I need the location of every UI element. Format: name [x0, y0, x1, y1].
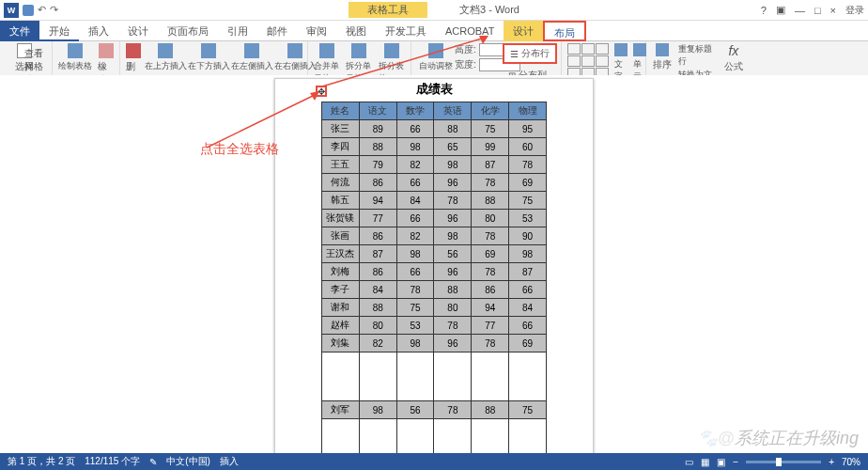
menu-插入[interactable]: 插入 — [79, 21, 118, 41]
table-header[interactable]: 英语 — [434, 102, 472, 120]
document-name: 文档3 - Word — [431, 3, 519, 17]
save-icon[interactable] — [23, 5, 34, 16]
zoom-out-icon[interactable]: − — [733, 457, 738, 467]
login-link[interactable]: 登录 — [845, 4, 864, 17]
status-mode[interactable]: 插入 — [220, 455, 239, 468]
table-header[interactable]: 姓名 — [322, 102, 360, 120]
table-row[interactable]: 李四8898659960 — [322, 138, 547, 156]
width-label: 宽度: — [455, 58, 476, 71]
insert-left-button[interactable]: 在左侧插入 — [233, 43, 271, 72]
insert-above-button[interactable]: 在上方插入 — [147, 43, 184, 72]
repeat-header-button[interactable]: 重复标题行 — [678, 43, 718, 68]
view-print-icon[interactable]: ▦ — [701, 457, 709, 467]
table-row[interactable]: 王汉杰8798566998 — [322, 245, 547, 263]
table-row[interactable]: 赵梓8053787766 — [322, 317, 547, 335]
table-row[interactable]: 张贺镁7766968053 — [322, 210, 547, 227]
zoom-in-icon[interactable]: + — [829, 457, 834, 467]
autofit-button[interactable]: 自动调整 — [417, 43, 455, 72]
dist-rows-icon: ☰ — [510, 49, 519, 59]
annotation-text: 点击全选表格 — [200, 141, 279, 158]
table-row[interactable]: 刘军9856788875 — [322, 401, 547, 419]
document-area: 成绩表 姓名语文数学英语化学物理张三8966887595李四8898659960… — [0, 75, 868, 453]
table-row-empty[interactable] — [322, 352, 547, 401]
status-words[interactable]: 112/115 个字 — [85, 455, 140, 468]
page: 成绩表 姓名语文数学英语化学物理张三8966887595李四8898659960… — [274, 78, 594, 453]
table-row[interactable]: 刘梅8666967887 — [322, 263, 547, 281]
table-row[interactable]: 何流8666967869 — [322, 174, 547, 192]
menu-视图[interactable]: 视图 — [336, 21, 376, 41]
watermark: 🐾@系统正在升级ing — [697, 427, 859, 449]
restore-icon[interactable]: □ — [814, 5, 821, 16]
table-row[interactable]: 张三8966887595 — [322, 120, 547, 138]
formula-button[interactable]: fx公式 — [723, 43, 744, 73]
distribute-rows-button[interactable]: ☰分布行 — [503, 43, 557, 64]
table-row[interactable]: 王五7982988778 — [322, 156, 547, 174]
table-row[interactable]: 刘集8298967869 — [322, 335, 547, 352]
table-tools-label: 表格工具 — [349, 2, 427, 18]
table-header[interactable]: 语文 — [359, 102, 396, 120]
help-icon[interactable]: ? — [761, 5, 767, 16]
menu-布局[interactable]: 布局 — [543, 21, 586, 41]
view-web-icon[interactable]: ▣ — [717, 457, 725, 467]
redo-icon[interactable]: ↷ — [50, 4, 58, 16]
menu-页面布局[interactable]: 页面布局 — [158, 21, 218, 41]
table-header[interactable]: 物理 — [509, 102, 547, 120]
undo-icon[interactable]: ↶ — [38, 4, 46, 16]
status-lang-icon: ✎ — [149, 457, 157, 467]
alignment-grid[interactable] — [567, 43, 609, 79]
menu-邮件[interactable]: 邮件 — [257, 21, 297, 41]
status-page[interactable]: 第 1 页，共 2 页 — [8, 455, 75, 468]
status-lang[interactable]: 中文(中国) — [166, 455, 210, 468]
close-icon[interactable]: × — [830, 5, 836, 16]
menu-ACROBAT[interactable]: ACROBAT — [436, 21, 504, 41]
minimize-icon[interactable]: — — [795, 5, 805, 16]
zoom-slider[interactable] — [746, 461, 821, 463]
table-select-handle[interactable]: ✥ — [316, 86, 327, 97]
table-row[interactable]: 李子8478888666 — [322, 281, 547, 299]
table-row[interactable]: 谢和8875809484 — [322, 299, 547, 317]
menu-引用[interactable]: 引用 — [218, 21, 257, 41]
draw-table-button[interactable]: 绘制表格 — [58, 43, 92, 72]
insert-below-button[interactable]: 在下方插入 — [190, 43, 227, 72]
menu-开发工具[interactable]: 开发工具 — [376, 21, 436, 41]
zoom-level[interactable]: 70% — [842, 457, 860, 467]
table-row[interactable]: 韩五9484788875 — [322, 192, 547, 210]
ribbon-options-icon[interactable]: ▣ — [776, 4, 785, 16]
table-row-empty[interactable] — [322, 419, 547, 454]
menu-设计[interactable]: 设计 — [118, 21, 158, 41]
menu-file[interactable]: 文件 — [0, 21, 39, 41]
view-read-icon[interactable]: ▭ — [685, 457, 693, 467]
menu-审阅[interactable]: 审阅 — [297, 21, 336, 41]
word-icon: W — [4, 3, 19, 18]
table-header[interactable]: 化学 — [472, 102, 509, 120]
sort-button[interactable]: 排序 — [652, 43, 673, 71]
table-row[interactable]: 张画8682987890 — [322, 227, 547, 245]
menu-设计[interactable]: 设计 — [504, 21, 543, 41]
menu-开始[interactable]: 开始 — [39, 21, 79, 41]
score-table[interactable]: 姓名语文数学英语化学物理张三8966887595李四8898659960王五79… — [321, 102, 547, 453]
table-header[interactable]: 数学 — [396, 102, 434, 120]
height-label: 高度: — [455, 43, 476, 56]
